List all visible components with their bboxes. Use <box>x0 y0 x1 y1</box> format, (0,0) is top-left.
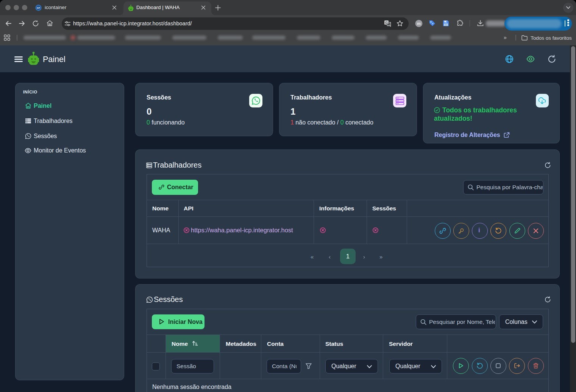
svg-text:文: 文 <box>388 23 390 26</box>
svg-text:ICP: ICP <box>37 7 40 9</box>
svg-text:m: m <box>417 21 421 26</box>
